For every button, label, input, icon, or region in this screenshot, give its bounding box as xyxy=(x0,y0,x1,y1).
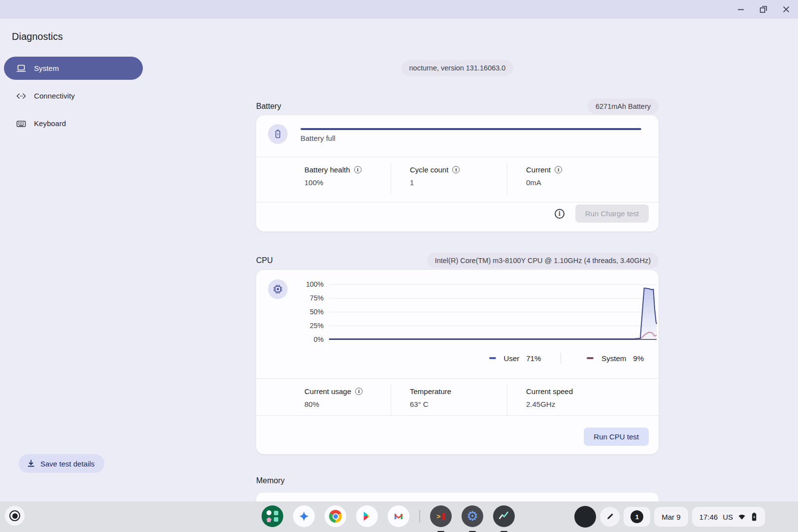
legend-label: System xyxy=(601,354,626,363)
stat-value: 2.45GHz xyxy=(526,400,659,408)
battery-section-title: Battery xyxy=(256,102,281,111)
minimize-button[interactable] xyxy=(735,3,747,15)
run-charge-test-button[interactable]: Run Charge test xyxy=(575,204,649,223)
status-area: 1 Mar 9 17:46 US xyxy=(574,501,765,532)
info-icon[interactable] xyxy=(555,166,562,173)
gemini-sparkle-icon xyxy=(298,510,310,522)
restore-button[interactable] xyxy=(758,3,769,15)
avatar[interactable] xyxy=(574,506,596,528)
stat-value: 63° C xyxy=(410,400,507,408)
sidebar-item-system[interactable]: System xyxy=(4,57,143,80)
battery-charge-bar xyxy=(300,128,641,130)
gmail-icon xyxy=(393,510,404,522)
chrome-icon xyxy=(329,510,342,523)
keyboard-icon xyxy=(15,118,27,130)
close-icon xyxy=(782,5,790,13)
diagnostics-page: Diagnostics System Connectivity xyxy=(0,19,798,501)
cycle-count-stat: Cycle count 1 xyxy=(391,163,507,194)
sidebar-item-label: System xyxy=(34,64,59,72)
stat-value: 1 xyxy=(410,178,507,187)
temperature-stat: Temperature 63° C xyxy=(391,384,507,415)
current-speed-stat: Current speed 2.45GHz xyxy=(507,384,659,415)
download-icon xyxy=(27,459,35,468)
minimize-icon xyxy=(737,5,745,13)
stylus-tools-button[interactable] xyxy=(600,507,620,527)
stat-label: Cycle count xyxy=(410,166,448,174)
memory-card xyxy=(256,493,659,501)
battery-health-stat: Battery health 100% xyxy=(304,163,391,194)
charge-test-info-icon[interactable] xyxy=(555,209,565,219)
legend-value: 71% xyxy=(526,354,541,363)
cpu-icon xyxy=(268,279,288,299)
laptop-icon xyxy=(15,63,27,74)
restore-icon xyxy=(760,5,767,13)
save-button-label: Save test details xyxy=(40,460,95,468)
cpu-stats-row: Current usage 80% Temperature 63° C Curr… xyxy=(256,384,659,415)
legend-value: 9% xyxy=(633,354,644,363)
stat-value: 80% xyxy=(304,400,391,408)
launcher-icon xyxy=(9,510,20,521)
window-controls xyxy=(735,0,792,19)
settings-gear-icon: ⚙ xyxy=(466,510,478,523)
app-settings[interactable]: ⚙ xyxy=(462,505,483,527)
cpu-section-title: CPU xyxy=(256,256,273,265)
close-button[interactable] xyxy=(780,3,792,15)
app-chrome[interactable] xyxy=(325,505,346,527)
sidebar: System Connectivity xyxy=(4,57,143,139)
wifi-icon xyxy=(738,513,746,520)
app-play-store[interactable] xyxy=(356,505,378,527)
cpu-card: 100% 75% 50% 25% 0% xyxy=(256,270,659,454)
battery-status-text: Battery full xyxy=(300,134,335,142)
sidebar-item-keyboard[interactable]: Keyboard xyxy=(4,112,143,135)
user-legend-dash-icon xyxy=(489,357,496,359)
user-series-area xyxy=(329,288,657,339)
system-legend-dash-icon xyxy=(587,357,594,359)
system-tray[interactable]: 17:46 US xyxy=(692,507,765,527)
notification-count-badge: 1 xyxy=(631,510,643,523)
version-badge: nocturne, version 131.16063.0 xyxy=(401,60,514,76)
page-title: Diagnostics xyxy=(12,31,63,42)
battery-card: Battery full Battery health 100% Cycle c… xyxy=(256,115,659,232)
terminal-icon: > xyxy=(436,512,445,520)
run-cpu-test-button[interactable]: Run CPU test xyxy=(584,428,649,446)
date-text: Mar 9 xyxy=(662,513,680,521)
network-icon xyxy=(15,90,27,102)
window-titlebar xyxy=(0,0,798,19)
cpu-usage-chart xyxy=(329,284,657,339)
save-test-details-button[interactable]: Save test details xyxy=(19,454,104,473)
keyboard-layout-text: US xyxy=(723,513,733,521)
legend-label: User xyxy=(504,354,520,363)
shelf: > ⚙ 1 Mar 9 xyxy=(0,501,798,532)
info-icon[interactable] xyxy=(452,166,460,173)
legend-user: User 71% xyxy=(489,354,541,363)
battery-icon xyxy=(268,124,288,144)
current-usage-stat: Current usage 80% xyxy=(304,384,391,415)
legend-system: System 9% xyxy=(587,354,644,363)
stat-value: 0mA xyxy=(526,178,659,187)
stat-label: Current xyxy=(526,166,551,174)
battery-status-icon xyxy=(751,512,758,521)
launcher-button[interactable] xyxy=(5,506,25,526)
notification-counter[interactable]: 1 xyxy=(624,507,650,527)
battery-charge-fill xyxy=(300,128,641,130)
info-icon[interactable] xyxy=(355,388,363,395)
stat-label: Current usage xyxy=(304,387,351,396)
sidebar-item-label: Connectivity xyxy=(34,92,75,100)
stylus-pen-icon xyxy=(605,512,614,521)
info-icon[interactable] xyxy=(354,166,362,173)
y-tick: 25% xyxy=(286,322,324,330)
y-tick: 75% xyxy=(286,294,324,302)
app-gemini[interactable] xyxy=(293,505,315,527)
stat-value: 100% xyxy=(304,178,391,187)
app-terminal[interactable]: > xyxy=(430,505,452,527)
date-pill[interactable]: Mar 9 xyxy=(654,507,688,527)
current-stat: Current 0mA xyxy=(507,163,659,194)
y-tick: 0% xyxy=(286,335,324,343)
app-gmail[interactable] xyxy=(388,505,409,527)
cpu-chart-svg xyxy=(329,284,657,339)
google-shapes-app-icon xyxy=(262,505,283,527)
sidebar-item-connectivity[interactable]: Connectivity xyxy=(4,84,143,107)
app-google-shapes[interactable] xyxy=(262,505,283,527)
app-diagnostics[interactable] xyxy=(493,505,515,527)
diagnostics-activity-icon xyxy=(498,510,510,523)
